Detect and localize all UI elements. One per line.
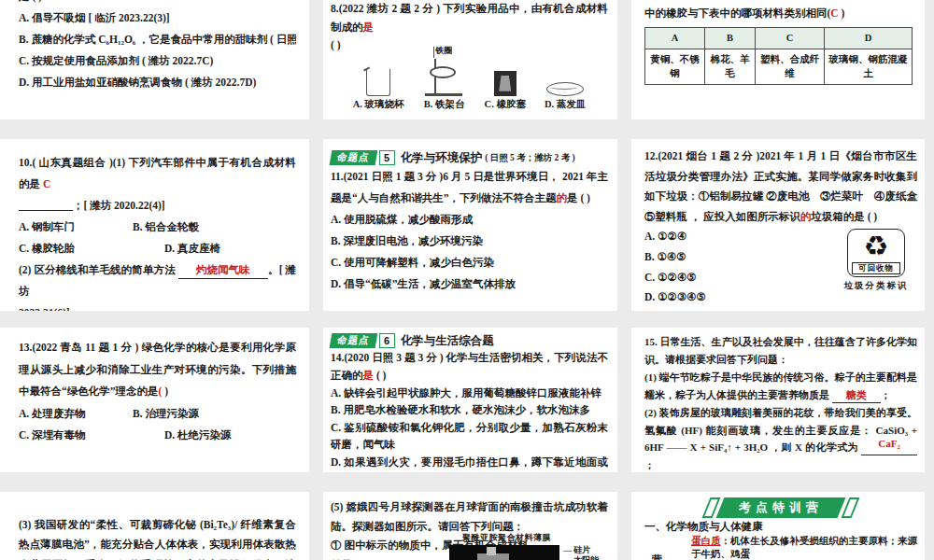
table-header-row: A B C D bbox=[645, 27, 913, 49]
probe-antenna-shape bbox=[487, 547, 496, 555]
option-c: C. 橡胶轮胎 bbox=[19, 238, 164, 259]
options-row-ab: A. 处理废弃物B. 治理污染源 bbox=[19, 403, 296, 426]
option-d: D. 倡导“低碳”生活，减少温室气体排放 bbox=[331, 273, 608, 295]
key-term: 蛋白质 bbox=[691, 536, 721, 546]
clipped-stem-line: 是 ( ) bbox=[19, 0, 296, 7]
question-stem: 11.(2021 日照 1 题 3 分 )6 月 5 日是世界环境日， 2021… bbox=[331, 166, 608, 209]
rubber-stopper-icon bbox=[494, 71, 517, 96]
question-stem: 12.(2021 烟台 1 题 2 分 )2021 年 1 月 1 日《烟台市市… bbox=[644, 147, 917, 227]
lunar-probe-figure: 聚酰亚胺聚合材料薄膜 硅片 太阳能 bbox=[449, 533, 616, 560]
clipped-char: 营 bbox=[652, 553, 662, 560]
question-15-block: 15. 日常生活、生产以及社会发展中，往往蕴含了许多化学知识。请根据要求回答下列… bbox=[631, 328, 925, 472]
table-cell: 塑料、合成纤维 bbox=[756, 49, 825, 85]
part-1: (1) 端午节吃粽子是中华民族的传统习俗。粽子的主要配料是糯米，粽子为人体提供的… bbox=[644, 369, 917, 404]
evaporating-dish-icon bbox=[546, 82, 584, 96]
worksheet-grid: 是 ( ) A. 倡导不吸烟 [ 临沂 2023.22(3)] B. 蔗糖的化学… bbox=[0, 0, 934, 560]
recycle-icon: ♻ bbox=[850, 232, 902, 260]
option-b: B. 用肥皂水检验硬水和软水，硬水泡沫少，软水泡沫多 bbox=[331, 401, 608, 419]
topic-badge-chip: 命题点 bbox=[330, 150, 377, 165]
option-a: A. 处理废弃物 bbox=[19, 403, 133, 426]
options-row-cd: C. 橡胶轮胎D. 真皮座椅 bbox=[19, 238, 296, 259]
paren-close: ) bbox=[839, 7, 845, 19]
section-heading: 一、化学物质与人体健康 bbox=[644, 520, 917, 535]
option-a: A. 缺锌会引起甲状腺肿大，服用葡萄糖酸锌口服液能补锌 bbox=[331, 385, 608, 402]
nutrient-line-protein: 蛋白质：机体生长及修补受损组织的主要原料；来源于牛奶、鸡蛋 bbox=[691, 535, 917, 560]
answer-paren: ( ) bbox=[331, 36, 608, 55]
label-silicon: 硅片 bbox=[563, 545, 599, 555]
worksheet-page: 是 ( ) A. 倡导不吸烟 [ 临沂 2023.22(3)] B. 蔗糖的化学… bbox=[0, 0, 934, 560]
blank-underline: 糖类 bbox=[832, 392, 881, 403]
question-13-block: 13.(2022 青岛 11 题 1 分 ) 绿色化学的核心是要利用化学原理从源… bbox=[0, 328, 309, 472]
blank-underline: 灼烧闻气味 bbox=[178, 267, 268, 279]
answer-text: CaF₂ bbox=[878, 439, 899, 449]
option-c: C. 深埋有毒物 bbox=[19, 425, 164, 447]
blank-line: ；[ 潍坊 2020.22(4)] bbox=[19, 195, 296, 217]
question-stem: 15. 日常生活、生产以及社会发展中，往往蕴含了许多化学知识。请根据要求回答下列… bbox=[644, 333, 917, 369]
answer-mark: C bbox=[43, 178, 50, 189]
question-11-block: 命题点 5 化学与环境保护 ( 日照 5 考；潍坊 2 考 ) 11.(2021… bbox=[323, 139, 617, 311]
figure-side-labels: 硅片 太阳能 bbox=[563, 545, 599, 560]
option-a: A. 倡导不吸烟 [ 临沂 2023.22(3)] bbox=[19, 7, 296, 29]
source-text: ；[ 潍坊 2020.22(4)] bbox=[73, 200, 165, 211]
option-d: D. 杜绝污染源 bbox=[164, 429, 232, 441]
recycle-figure: ♻ 可回收物 垃圾分类标识 bbox=[837, 229, 915, 292]
iron-ring-label: 铁圈 bbox=[436, 46, 453, 56]
figure-caption: 垃圾分类标识 bbox=[837, 281, 915, 292]
rubber-stopper-item: C. 橡胶塞 bbox=[485, 71, 526, 111]
punct: ； bbox=[644, 459, 655, 470]
topic-badge-number: 5 bbox=[379, 150, 395, 165]
stem-text-end: 垃圾箱的是 ( ) bbox=[811, 211, 877, 222]
topic-badge-6: 命题点 6 化学与生活综合题 bbox=[331, 333, 608, 348]
stopper-caption: C. 橡胶塞 bbox=[485, 99, 526, 111]
beaker-icon bbox=[366, 69, 390, 96]
part-5-block: (5) 嫦娥四号月球探测器在月球背面的南极撞击坑成功软着陆。探测器如图所示。请回… bbox=[323, 492, 617, 560]
part-3-block: (3) 我国研发的“柔性、可裁剪碲化铋 (Bi₂Te₃)/ 纤维素复合热点薄膜电… bbox=[0, 492, 309, 560]
topic-badge-title: 化学与环境保护 bbox=[401, 150, 483, 165]
label-solar: 太阳能 bbox=[563, 555, 599, 560]
option-b: B. 深埋废旧电池，减少环境污染 bbox=[331, 231, 608, 252]
question-8-block: 8.(2022 潍坊 2 题 2 分 ) 下列实验用品中，由有机合成材料制成的是… bbox=[323, 0, 617, 119]
question-9-block: 中的橡胶与下表中的哪项材料类别相同(C ) A B C D 黄铜、不锈钢 棉花、… bbox=[631, 0, 925, 119]
answer-mark: 是 bbox=[363, 370, 375, 381]
answer-mark: 的 bbox=[557, 192, 568, 203]
option-c: C. 鉴别硫酸铵和氯化钾化肥，分别取少量，加熟石灰粉末研磨，闻气味 bbox=[331, 419, 608, 454]
header-cell: A bbox=[645, 27, 705, 49]
question-stem: 8.(2022 潍坊 2 题 2 分 ) 下列实验用品中，由有机合成材料制成的是 bbox=[331, 0, 608, 36]
option-b: B. 铝合金轮毂 bbox=[133, 221, 199, 232]
lab-equipment-row: A. 玻璃烧杯 铁圈 B. 铁架台 C. 橡胶塞 D. 蒸发皿 bbox=[331, 59, 608, 111]
option-c: C. 使用可降解塑料，减少白色污染 bbox=[331, 252, 608, 273]
banner-title: 考点特训营 bbox=[716, 497, 846, 518]
recycle-sign-text: 可回收物 bbox=[852, 262, 900, 274]
question-stem: 14.(2020 日照 3 题 3 分 ) 化学与生活密切相关，下列说法不正确的… bbox=[331, 349, 608, 384]
dish-caption: D. 蒸发皿 bbox=[545, 99, 586, 111]
option-a: A. ①②④ bbox=[644, 227, 833, 247]
part-2-line: (2) 区分棉线和羊毛线的简单方法 灼烧闻气味。[ 潍坊 bbox=[19, 259, 296, 302]
question-stem: 中的橡胶与下表中的哪项材料类别相同(C ) bbox=[644, 4, 915, 24]
beaker-item: A. 玻璃烧杯 bbox=[353, 69, 404, 111]
part-3-text: (3) 我国研发的“柔性、可裁剪碲化铋 (Bi₂Te₃)/ 纤维素复合热点薄膜电… bbox=[19, 515, 296, 560]
blank-underline: CaF₂ bbox=[861, 444, 917, 455]
option-b: B. 治理污染源 bbox=[133, 408, 199, 419]
topic-badge-chip: 命题点 bbox=[330, 333, 377, 348]
table-row: 黄铜、不锈钢 棉花、羊毛 塑料、合成纤维 玻璃钢、钢筋混凝土 bbox=[645, 49, 913, 85]
figure-label-top: 聚酰亚胺聚合材料薄膜 bbox=[462, 533, 616, 543]
header-cell: B bbox=[705, 27, 756, 49]
body-text: (3) 我国研发的“柔性、可裁剪碲化铋 (Bi₂Te₃)/ 纤维素复合热点薄膜电… bbox=[19, 519, 296, 560]
question-stem: 13.(2022 青岛 11 题 1 分 ) 绿色化学的核心是要利用化学原理从源… bbox=[19, 337, 296, 403]
option-d: D. ①②③④⑤ bbox=[644, 287, 833, 308]
header-cell: D bbox=[825, 27, 913, 49]
beaker-caption: A. 玻璃烧杯 bbox=[353, 99, 404, 111]
answer-text: 糖类 bbox=[846, 390, 867, 400]
paren: ( ) bbox=[374, 370, 386, 381]
question-7-block: 是 ( ) A. 倡导不吸烟 [ 临沂 2023.22(3)] B. 蔗糖的化学… bbox=[0, 0, 309, 119]
training-camp-block: 考点特训营 一、化学物质与人体健康 蛋白质：机体生长及修补受损组织的主要原料；来… bbox=[631, 492, 925, 560]
blank-underline bbox=[19, 210, 73, 211]
stem-text-end: 是 ( ) bbox=[567, 192, 590, 203]
stem-text: 12.(2021 烟台 1 题 2 分 )2021 年 1 月 1 日《烟台市市… bbox=[644, 150, 925, 222]
recycle-sign-box: ♻ 可回收物 bbox=[847, 229, 905, 277]
topic-badge-note: ( 日照 5 考；潍坊 2 考 ) bbox=[485, 152, 575, 163]
header-cell: C bbox=[756, 27, 825, 49]
stopper-shape bbox=[499, 76, 511, 91]
evaporating-dish-item: D. 蒸发皿 bbox=[545, 82, 586, 111]
options-row-ab: A. 钢制车门B. 铝合金轮毂 bbox=[19, 217, 296, 238]
